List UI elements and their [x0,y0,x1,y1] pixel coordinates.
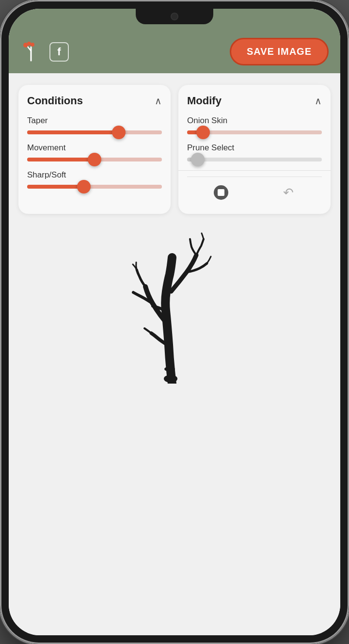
header-left: f [20,41,69,63]
onionskin-slider[interactable] [187,130,322,134]
modify-chevron-icon[interactable]: ∧ [315,95,322,107]
svg-point-5 [164,375,177,383]
stop-icon [214,185,228,200]
svg-point-6 [164,367,175,371]
facebook-icon[interactable]: f [49,42,69,62]
tree-area [18,224,331,384]
conditions-card-header: Conditions ∧ [27,95,162,107]
modify-card: Modify ∧ Onion Skin [178,85,331,214]
onionskin-thumb[interactable] [196,126,210,139]
movement-thumb[interactable] [88,153,101,166]
pruneselect-slider [187,158,322,161]
taper-label: Taper [27,116,162,126]
sharpsoft-fill-right [84,185,162,189]
svg-point-3 [27,42,31,46]
pruneselect-thumb [191,153,205,166]
notch [136,9,213,24]
sharpsoft-slider[interactable] [27,185,162,189]
taper-fill [27,130,119,134]
taper-slider-section: Taper [27,116,162,134]
sharpsoft-thumb[interactable] [77,180,91,193]
movement-label: Movement [27,143,162,153]
sharpsoft-slider-section: Sharp/Soft [27,170,162,189]
modify-divider [178,170,331,171]
save-image-button[interactable]: SAVE IMAGE [230,38,329,65]
pruneselect-label: Prune Select [187,143,322,153]
movement-fill [27,158,95,161]
main-content: Conditions ∧ Taper [9,73,340,635]
phone-screen: f SAVE IMAGE Conditions ∧ Taper [9,9,340,635]
movement-slider[interactable] [27,158,162,161]
movement-fill-right [95,158,162,161]
undo-icon: ↶ [283,185,294,200]
taper-slider[interactable] [27,130,162,134]
conditions-title: Conditions [27,95,83,107]
conditions-card: Conditions ∧ Taper [18,85,171,214]
modify-card-header: Modify ∧ [187,95,322,107]
pruneselect-slider-section: Prune Select [187,143,322,161]
sharpsoft-fill [27,185,84,189]
conditions-chevron-icon[interactable]: ∧ [155,95,162,107]
modify-title: Modify [187,95,222,107]
cards-row: Conditions ∧ Taper [18,85,331,214]
modify-bottom-row: ↶ [187,177,322,204]
svg-point-4 [31,43,34,47]
app-logo-icon [20,41,42,63]
stop-button[interactable] [209,181,233,204]
movement-slider-section: Movement [27,143,162,161]
onionskin-slider-section: Onion Skin [187,116,322,134]
tree-drawing[interactable] [126,228,223,384]
onionskin-label: Onion Skin [187,116,322,126]
onionskin-fill-right [203,130,322,134]
taper-thumb[interactable] [112,126,126,139]
undo-button[interactable]: ↶ [277,181,300,204]
stop-square [218,189,224,196]
phone-frame: f SAVE IMAGE Conditions ∧ Taper [0,0,349,644]
pruneselect-track [187,158,322,161]
sharpsoft-label: Sharp/Soft [27,170,162,180]
